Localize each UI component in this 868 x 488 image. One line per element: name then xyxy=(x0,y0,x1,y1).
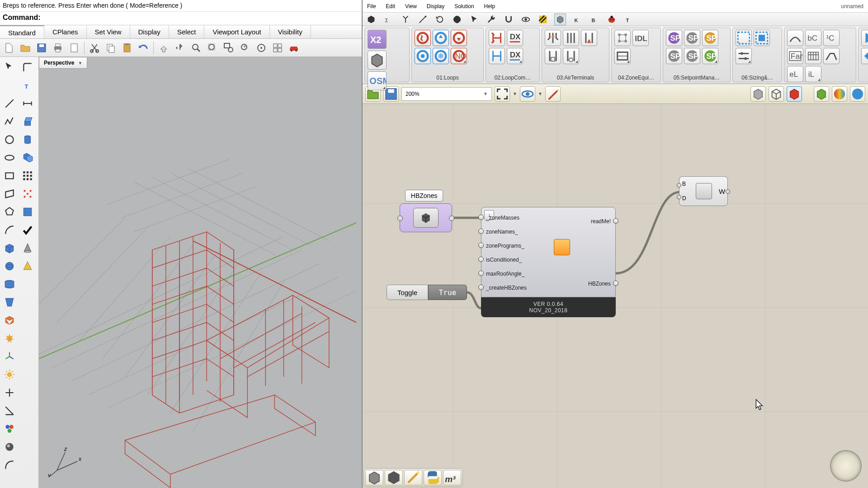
eye-icon[interactable] xyxy=(520,14,532,25)
sz-frame2-icon[interactable] xyxy=(754,30,770,46)
zoom-extents-icon[interactable] xyxy=(205,41,220,55)
cl-curve-icon[interactable] xyxy=(787,30,803,46)
zoom-fit-icon[interactable] xyxy=(495,86,510,102)
menu-display[interactable]: Display xyxy=(427,3,444,9)
points-icon[interactable] xyxy=(19,185,36,202)
surface-icon[interactable] xyxy=(1,276,18,293)
clipboard-icon[interactable] xyxy=(67,41,81,55)
tab-visibility[interactable]: Visibility xyxy=(270,25,311,38)
loft-icon[interactable] xyxy=(1,294,18,311)
sz-frame1-icon[interactable] xyxy=(736,30,752,46)
ladybug-icon[interactable] xyxy=(606,14,618,25)
plane-icon[interactable] xyxy=(1,185,18,202)
in-isconditioned[interactable]: isConditioned_ xyxy=(481,255,554,264)
zoom-icon[interactable] xyxy=(189,41,203,55)
save-file-icon[interactable] xyxy=(34,41,49,55)
pan-icon[interactable] xyxy=(156,41,171,55)
watch-d[interactable]: D xyxy=(682,195,691,202)
cl-ramp-icon[interactable] xyxy=(823,48,840,64)
shade-blue-icon[interactable] xyxy=(850,86,865,102)
in-createhbzones[interactable]: _createHBZones xyxy=(481,283,554,292)
undo-icon[interactable] xyxy=(136,41,151,55)
at-3-icon[interactable] xyxy=(581,30,597,46)
car-icon[interactable] xyxy=(287,41,301,55)
paste-icon[interactable] xyxy=(120,41,134,55)
cl-sched-icon[interactable] xyxy=(805,48,821,64)
at-4-icon[interactable] xyxy=(545,48,561,64)
print-icon[interactable] xyxy=(51,41,65,55)
new-file-icon[interactable] xyxy=(2,41,16,55)
analyze-icon[interactable] xyxy=(19,203,36,221)
dock-wand-icon[interactable] xyxy=(404,470,422,485)
lc-branch2-icon[interactable] xyxy=(489,48,505,64)
in-zonemasses[interactable]: _zoneMasses xyxy=(481,213,554,222)
toggle-value[interactable]: True xyxy=(428,285,467,300)
gh-canvas[interactable]: HBZones Toggle True ↓ _zoneMasses zoneNa… xyxy=(363,104,868,488)
brep-param[interactable] xyxy=(400,203,452,232)
perspective-viewport[interactable]: Perspective ▼ xyxy=(39,57,362,488)
letter-t-icon[interactable]: T xyxy=(623,14,635,25)
dock-cube-icon[interactable] xyxy=(365,470,383,485)
at-5-icon[interactable] xyxy=(563,48,579,64)
sz-ctrl-icon[interactable] xyxy=(736,48,752,64)
watch-b[interactable]: B xyxy=(682,181,691,187)
menu-file[interactable]: File xyxy=(367,3,376,9)
cl-el-icon[interactable]: eL xyxy=(787,66,803,82)
open-file-icon[interactable] xyxy=(18,41,33,55)
cl-bc-icon[interactable]: bC xyxy=(805,30,821,46)
tab-standard[interactable]: Standard xyxy=(0,25,44,38)
gumball-icon[interactable] xyxy=(1,348,18,365)
recycle-icon[interactable] xyxy=(434,14,446,25)
loop-chw-icon[interactable] xyxy=(433,30,449,46)
zoom-selected-icon[interactable]: + xyxy=(238,41,252,55)
sp-grey-icon[interactable]: SP xyxy=(684,30,700,46)
shade-green-icon[interactable] xyxy=(814,86,829,102)
zoom-target-icon[interactable] xyxy=(254,41,269,55)
cursor-icon[interactable] xyxy=(468,14,480,25)
hexagon-icon[interactable] xyxy=(365,14,377,25)
tab-viewport-layout[interactable]: Viewport Layout xyxy=(204,25,269,38)
boolean-icon[interactable] xyxy=(19,149,36,166)
extrude-icon[interactable] xyxy=(19,113,36,130)
letter-k-icon[interactable]: K xyxy=(571,14,583,25)
ib-osm-icon[interactable]: OSM xyxy=(368,71,387,90)
hazard-icon[interactable] xyxy=(537,14,549,25)
sketch-icon[interactable] xyxy=(545,86,561,102)
lc-branch-icon[interactable] xyxy=(489,30,505,46)
menu-help[interactable]: Help xyxy=(484,3,495,9)
rectangle-icon[interactable] xyxy=(1,167,18,184)
curve-tool-icon[interactable] xyxy=(1,456,18,474)
wrench-icon[interactable] xyxy=(486,14,497,25)
magnet-icon[interactable] xyxy=(503,14,514,25)
at-2-icon[interactable] xyxy=(563,30,579,46)
viewport-canvas[interactable] xyxy=(39,69,362,488)
canvas-compass[interactable] xyxy=(830,450,862,482)
sun-icon[interactable] xyxy=(1,366,18,383)
circle-icon[interactable] xyxy=(1,131,18,148)
loop-hw-icon[interactable] xyxy=(451,30,467,46)
loop-boiler-icon[interactable] xyxy=(415,30,431,46)
copy-icon[interactable] xyxy=(104,41,118,55)
letter-b-icon[interactable]: B xyxy=(589,14,600,25)
shade-wire-icon[interactable] xyxy=(769,86,784,102)
dim-icon[interactable] xyxy=(19,95,36,112)
dock-hex-icon[interactable] xyxy=(385,470,403,485)
cone-icon[interactable] xyxy=(19,239,36,257)
cl-fan-icon[interactable]: Fan xyxy=(787,48,803,64)
in-zonenames[interactable]: zoneNames_ xyxy=(481,227,554,236)
check-icon[interactable] xyxy=(19,221,36,239)
ze-idl-icon[interactable]: IDL xyxy=(632,30,649,46)
wireframe-preview[interactable]: B D W xyxy=(679,176,728,206)
masses-to-zones-component[interactable]: ↓ _zoneMasses zoneNames_ zonePrograms_ i… xyxy=(481,207,616,317)
ib-cube-icon[interactable] xyxy=(368,51,387,70)
dock-m3-icon[interactable]: m³ xyxy=(443,470,461,485)
render-icon[interactable] xyxy=(1,438,18,455)
preview-icon[interactable] xyxy=(520,86,535,102)
ellipse-icon[interactable] xyxy=(1,149,18,166)
revolve-icon[interactable] xyxy=(19,131,36,148)
loop-cw-icon[interactable]: ❄ xyxy=(433,48,449,64)
zoom-window-icon[interactable] xyxy=(222,41,236,55)
sp-grey2-icon[interactable]: SP xyxy=(666,48,682,64)
cut-icon[interactable] xyxy=(87,41,102,55)
loop-air-icon[interactable] xyxy=(415,48,431,64)
